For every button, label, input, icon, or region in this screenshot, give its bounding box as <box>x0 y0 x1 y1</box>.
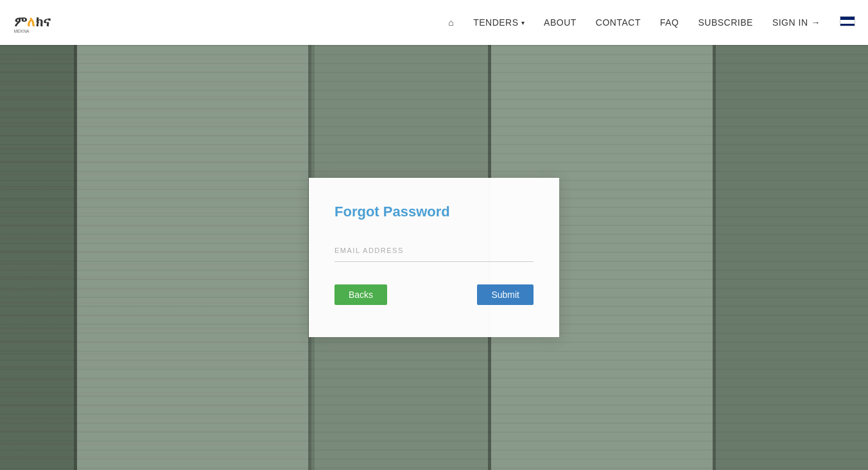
subscribe-label: SUBSCRIBE <box>698 17 752 28</box>
tenders-label: TENDERS <box>473 17 518 28</box>
nav-language[interactable] <box>840 16 855 29</box>
subscribe-link[interactable]: SUBSCRIBE <box>698 17 752 28</box>
nav-signin[interactable]: SIGN IN → <box>772 17 820 28</box>
about-link[interactable]: ABOUT <box>544 17 577 28</box>
home-link[interactable]: ⌂ <box>448 17 454 28</box>
nav-tenders[interactable]: TENDERS ▾ <box>473 17 525 28</box>
home-icon: ⌂ <box>448 17 454 28</box>
uk-flag-icon <box>840 16 855 26</box>
contact-label: CONTACT <box>596 17 641 28</box>
tenders-link[interactable]: TENDERS ▾ <box>473 17 525 28</box>
nav-about[interactable]: ABOUT <box>544 17 577 28</box>
modal-backdrop: Forgot Password Backs Submit <box>0 45 868 470</box>
signin-label: SIGN IN <box>772 17 808 28</box>
nav-home[interactable]: ⌂ <box>448 17 454 28</box>
button-row: Backs Submit <box>334 284 534 305</box>
forgot-password-card: Forgot Password Backs Submit <box>309 178 559 337</box>
signin-link[interactable]: SIGN IN → <box>772 17 820 28</box>
nav-links: ⌂ TENDERS ▾ ABOUT CONTACT FAQ SU <box>448 16 855 29</box>
nav-subscribe[interactable]: SUBSCRIBE <box>698 17 752 28</box>
tenders-chevron-icon: ▾ <box>521 19 525 26</box>
svg-text:MEKNA: MEKNA <box>14 28 30 33</box>
logo[interactable]: ምለክና MEKNA <box>13 8 51 37</box>
about-label: ABOUT <box>544 17 577 28</box>
nav-faq[interactable]: FAQ <box>660 17 679 28</box>
faq-label: FAQ <box>660 17 679 28</box>
backs-button[interactable]: Backs <box>334 284 387 305</box>
contact-link[interactable]: CONTACT <box>596 17 641 28</box>
navbar: ምለክና MEKNA ⌂ TENDERS ▾ ABOUT CONTACT <box>0 0 868 45</box>
language-selector[interactable] <box>840 18 855 28</box>
email-input[interactable] <box>334 239 534 262</box>
faq-link[interactable]: FAQ <box>660 17 679 28</box>
arrow-right-icon: → <box>812 17 821 28</box>
submit-button[interactable]: Submit <box>477 284 534 305</box>
svg-text:ምለክና: ምለክና <box>14 13 51 28</box>
nav-contact[interactable]: CONTACT <box>596 17 641 28</box>
card-title: Forgot Password <box>334 204 534 220</box>
